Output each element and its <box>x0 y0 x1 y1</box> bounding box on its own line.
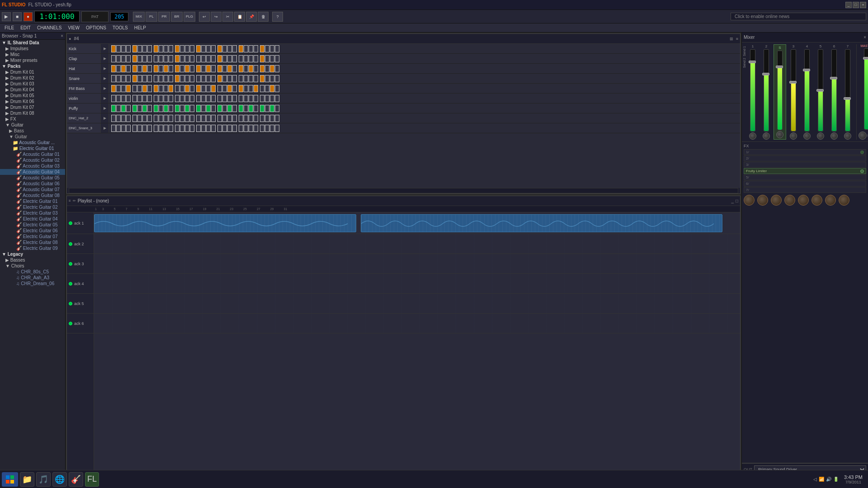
step-4[interactable] <box>132 125 137 132</box>
step-30[interactable] <box>270 55 274 62</box>
step-6[interactable] <box>142 125 147 132</box>
step-11[interactable] <box>169 45 173 52</box>
step-0[interactable] <box>111 115 116 122</box>
step-11[interactable] <box>169 125 173 132</box>
step-9[interactable] <box>159 115 163 122</box>
playlist-maximize-button[interactable]: □ <box>736 198 738 203</box>
paste-button[interactable]: 📌 <box>246 12 257 22</box>
step-18[interactable] <box>206 85 211 92</box>
ch-knob-6[interactable] <box>830 132 838 140</box>
step-19[interactable] <box>211 95 216 102</box>
tree-electric-guitar-04[interactable]: 🎸 Electric Guitar 04 <box>0 216 65 222</box>
tree-choirs[interactable]: ▼ Choirs <box>0 263 65 269</box>
step-11[interactable] <box>169 105 173 112</box>
step-26[interactable] <box>249 115 253 122</box>
step-3[interactable] <box>126 95 131 102</box>
step-21[interactable] <box>222 85 227 92</box>
effect-knob-4[interactable] <box>784 195 795 206</box>
step-19[interactable] <box>211 115 216 122</box>
step-13[interactable] <box>180 75 184 82</box>
step-7[interactable] <box>147 125 152 132</box>
tree-acoustic-guitar-02[interactable]: 🎸 Acoustic Guitar 02 <box>0 157 65 163</box>
step-1[interactable] <box>116 115 121 122</box>
step-1[interactable] <box>116 75 121 82</box>
step-27[interactable] <box>254 65 258 72</box>
step-4[interactable] <box>132 105 137 112</box>
tree-drum-kit-08[interactable]: ▶ Drum Kit 08 <box>0 110 65 116</box>
master-fader-handle[interactable] <box>863 57 868 60</box>
step-24[interactable] <box>239 105 243 112</box>
tree-fx[interactable]: ▶ FX <box>0 116 65 122</box>
fader-handle-sel[interactable] <box>776 66 783 68</box>
menu-help[interactable]: HELP <box>132 24 149 31</box>
effect-knob-8[interactable] <box>839 195 849 206</box>
step-17[interactable] <box>201 95 206 102</box>
step-17[interactable] <box>201 45 206 52</box>
step-26[interactable] <box>249 95 253 102</box>
step-1[interactable] <box>116 85 121 92</box>
step-14[interactable] <box>185 105 189 112</box>
effect-slot-active[interactable]: Fruity Limiter <box>744 168 866 174</box>
step-5[interactable] <box>137 105 142 112</box>
step-7[interactable] <box>147 45 152 52</box>
tree-guitar[interactable]: ▼ Guitar <box>0 122 65 128</box>
step-11[interactable] <box>169 55 173 62</box>
step-6[interactable] <box>142 55 147 62</box>
taskbar-guitar-btn[interactable]: 🎸 <box>69 472 83 487</box>
step-9[interactable] <box>159 95 163 102</box>
step-27[interactable] <box>254 85 258 92</box>
tree-drum-kit-01[interactable]: ▶ Drum Kit 01 <box>0 69 65 75</box>
step-1[interactable] <box>116 125 121 132</box>
step-31[interactable] <box>275 125 279 132</box>
step-17[interactable] <box>201 105 206 112</box>
tree-drum-kit-07[interactable]: ▶ Drum Kit 07 <box>0 104 65 110</box>
step-24[interactable] <box>239 65 243 72</box>
step-29[interactable] <box>265 95 269 102</box>
tree-drum-kit-06[interactable]: ▶ Drum Kit 06 <box>0 99 65 104</box>
step-18[interactable] <box>206 95 211 102</box>
step-6[interactable] <box>142 105 147 112</box>
step-26[interactable] <box>249 55 253 62</box>
step-29[interactable] <box>265 45 269 52</box>
step-5[interactable] <box>137 45 142 52</box>
step-18[interactable] <box>206 125 211 132</box>
cut-button[interactable]: ✂ <box>222 12 233 22</box>
step-10[interactable] <box>164 95 168 102</box>
step-1[interactable] <box>116 95 121 102</box>
step-7[interactable] <box>147 105 152 112</box>
fader-track-2[interactable] <box>764 49 769 131</box>
copy-button[interactable]: 📋 <box>234 12 245 22</box>
step-3[interactable] <box>126 115 131 122</box>
effect-knob-2[interactable] <box>757 195 768 206</box>
step-4[interactable] <box>132 85 137 92</box>
fader-handle-3[interactable] <box>789 81 797 84</box>
step-22[interactable] <box>227 45 232 52</box>
step-3[interactable] <box>126 55 131 62</box>
step-29[interactable] <box>265 75 269 82</box>
help-button[interactable]: ? <box>272 12 283 22</box>
ch-knob-2[interactable] <box>763 132 770 140</box>
step-0[interactable] <box>111 55 116 62</box>
step-5[interactable] <box>137 95 142 102</box>
ch-knob-7[interactable] <box>844 132 851 140</box>
step-15[interactable] <box>190 65 194 72</box>
step-23[interactable] <box>232 105 237 112</box>
step-10[interactable] <box>164 125 168 132</box>
step-24[interactable] <box>239 95 243 102</box>
step-8[interactable] <box>154 85 158 92</box>
step-15[interactable] <box>190 45 194 52</box>
step-24[interactable] <box>239 115 243 122</box>
step-6[interactable] <box>142 85 147 92</box>
step-13[interactable] <box>180 95 184 102</box>
step-9[interactable] <box>159 55 163 62</box>
step-0[interactable] <box>111 105 116 112</box>
step-24[interactable] <box>239 125 243 132</box>
step-15[interactable] <box>190 95 194 102</box>
step-25[interactable] <box>244 105 248 112</box>
step-0[interactable] <box>111 125 116 132</box>
fruity-limiter-enable[interactable] <box>860 169 864 173</box>
step-7[interactable] <box>147 115 152 122</box>
fader-track-1[interactable] <box>750 49 755 131</box>
seq-name-violin[interactable]: violin <box>67 94 101 103</box>
step-14[interactable] <box>185 75 189 82</box>
